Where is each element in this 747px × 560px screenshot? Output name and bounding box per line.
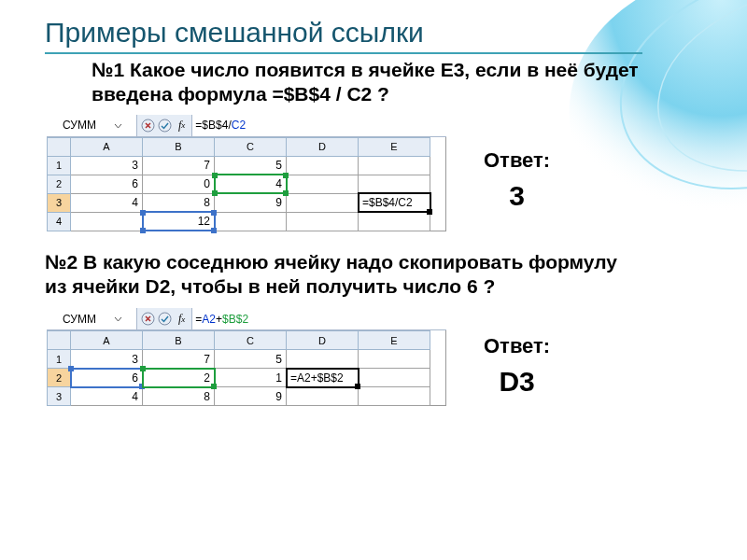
row-header[interactable]: 1 [48, 156, 71, 175]
answer-label-2: Ответ: [484, 334, 550, 358]
row-header[interactable]: 2 [48, 369, 71, 387]
cell[interactable]: 2 [143, 369, 215, 387]
col-header[interactable]: C [215, 331, 287, 350]
active-cell[interactable]: =A2+$B$2 [287, 369, 359, 387]
cell[interactable]: 4 [71, 193, 143, 212]
cell[interactable] [359, 212, 430, 231]
fx-icon[interactable]: fx [175, 312, 188, 326]
cell[interactable]: 9 [215, 387, 287, 406]
row-header[interactable]: 4 [48, 212, 71, 231]
col-header[interactable]: A [71, 331, 143, 350]
formula-bar: fx =$B$4/C2 [47, 115, 446, 137]
answer-label-1: Ответ: [484, 148, 550, 173]
cell[interactable] [359, 369, 430, 387]
chevron-down-icon[interactable] [114, 121, 122, 130]
cell[interactable]: 7 [143, 156, 215, 175]
cell[interactable]: 12 [143, 212, 215, 231]
answer-value-2: D3 [484, 366, 550, 398]
cell[interactable] [287, 387, 359, 406]
chevron-down-icon[interactable] [114, 315, 122, 323]
cell[interactable]: 1 [215, 369, 287, 387]
grid-2: A B C D E 1 3 7 5 2 [47, 330, 430, 406]
col-header[interactable]: A [71, 137, 143, 156]
enter-icon[interactable] [158, 119, 172, 133]
cell[interactable]: 3 [71, 350, 143, 369]
cell[interactable]: 4 [71, 387, 143, 406]
cell[interactable] [359, 156, 430, 175]
corner-cell[interactable] [48, 331, 71, 350]
cell[interactable] [359, 350, 430, 369]
col-header[interactable]: D [287, 331, 359, 350]
corner-cell[interactable] [48, 137, 71, 156]
row-header[interactable]: 2 [48, 175, 71, 193]
cell[interactable]: 8 [143, 387, 215, 406]
row-header[interactable]: 1 [48, 350, 71, 369]
row-header[interactable]: 3 [48, 387, 71, 406]
col-header[interactable]: B [143, 331, 215, 350]
col-header[interactable]: E [359, 331, 430, 350]
formula-buttons: fx [137, 308, 192, 329]
formula-input[interactable]: =$B$4/C2 [192, 115, 446, 136]
cell[interactable]: 9 [215, 193, 287, 212]
col-header[interactable]: B [143, 137, 215, 156]
cancel-icon[interactable] [141, 312, 155, 326]
cell[interactable] [359, 387, 430, 406]
fx-icon[interactable]: fx [175, 119, 188, 133]
row-header[interactable]: 3 [48, 193, 71, 212]
cell[interactable]: 6 [71, 369, 143, 387]
svg-point-3 [159, 313, 171, 325]
cell[interactable]: 5 [215, 350, 287, 369]
cell[interactable]: 5 [215, 156, 287, 175]
formula-input[interactable]: =A2+$B$2 [192, 308, 446, 329]
enter-icon[interactable] [158, 312, 172, 326]
col-header[interactable]: C [215, 137, 287, 156]
cell[interactable] [287, 212, 359, 231]
cell[interactable] [71, 212, 143, 231]
cell[interactable] [287, 350, 359, 369]
cell[interactable] [287, 175, 359, 193]
formula-bar: fx =A2+$B$2 [47, 308, 446, 330]
title-underline [45, 52, 642, 54]
formula-buttons: fx [137, 115, 192, 136]
cell[interactable] [215, 212, 287, 231]
answer-value-1: 3 [484, 180, 550, 212]
page-title: Примеры смешанной ссылки [45, 17, 710, 49]
cell[interactable]: 3 [71, 156, 143, 175]
cancel-icon[interactable] [141, 119, 155, 133]
cell[interactable] [359, 175, 430, 193]
cell[interactable]: 6 [71, 175, 143, 193]
question-1: №1 Какое число появится в ячейке Е3, есл… [92, 58, 689, 107]
active-cell[interactable]: =$B$4/C2 [359, 193, 430, 212]
name-box[interactable] [47, 115, 137, 136]
cell[interactable] [287, 193, 359, 212]
cell[interactable]: 0 [143, 175, 215, 193]
question-2: №2 В какую соседнюю ячейку надо скопиров… [45, 250, 642, 300]
cell[interactable]: 4 [215, 175, 287, 193]
cell[interactable] [287, 156, 359, 175]
name-box[interactable] [47, 308, 137, 329]
cell[interactable]: 8 [143, 193, 215, 212]
name-box-input[interactable] [49, 118, 110, 133]
spreadsheet-1: fx =$B$4/C2 A B C D E [47, 115, 446, 231]
name-box-input[interactable] [49, 312, 110, 327]
spreadsheet-2: fx =A2+$B$2 A B C D E [47, 308, 446, 406]
cell[interactable]: 7 [143, 350, 215, 369]
grid-1: A B C D E 1 3 7 5 2 [47, 137, 430, 231]
col-header[interactable]: D [287, 137, 359, 156]
svg-point-1 [159, 119, 171, 132]
col-header[interactable]: E [359, 137, 430, 156]
